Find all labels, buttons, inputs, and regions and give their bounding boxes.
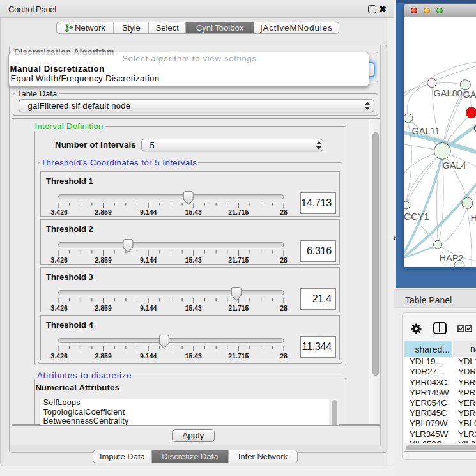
svg-text:21.715: 21.715	[228, 208, 249, 215]
svg-text:9.144: 9.144	[140, 303, 157, 311]
svg-text:9.144: 9.144	[140, 351, 157, 359]
svg-text:-3.426: -3.426	[49, 303, 68, 311]
svg-text:2.859: 2.859	[95, 256, 111, 263]
svg-text:2.859: 2.859	[95, 303, 111, 311]
svg-text:9.144: 9.144	[140, 208, 157, 215]
svg-text:-3.426: -3.426	[49, 351, 68, 359]
svg-text:15.43: 15.43	[185, 351, 202, 359]
svg-text:21.715: 21.715	[228, 256, 249, 263]
svg-text:-3.426: -3.426	[49, 256, 68, 263]
svg-text:HI: HI	[471, 213, 476, 223]
svg-text:GAL80: GAL80	[434, 88, 463, 98]
svg-text:HAP2: HAP2	[440, 253, 464, 263]
svg-text:2.859: 2.859	[95, 208, 111, 215]
svg-text:28: 28	[280, 256, 288, 263]
svg-text:21.715: 21.715	[228, 303, 249, 311]
svg-text:GAL4: GAL4	[443, 160, 466, 171]
svg-text:GCY1: GCY1	[404, 211, 429, 222]
svg-text:-3.426: -3.426	[49, 208, 68, 215]
svg-text:9.144: 9.144	[140, 256, 157, 263]
svg-text:15.43: 15.43	[185, 208, 202, 215]
svg-text:15.43: 15.43	[185, 256, 202, 263]
svg-text:28: 28	[280, 351, 288, 359]
svg-text:21.715: 21.715	[228, 351, 249, 359]
svg-text:GAL11: GAL11	[412, 126, 440, 136]
svg-text:28: 28	[280, 208, 288, 215]
svg-text:GA: GA	[463, 89, 476, 100]
svg-text:CY: CY	[473, 123, 476, 134]
svg-text:2.859: 2.859	[95, 351, 111, 359]
svg-text:15.43: 15.43	[185, 303, 202, 311]
svg-text:28: 28	[280, 303, 288, 311]
